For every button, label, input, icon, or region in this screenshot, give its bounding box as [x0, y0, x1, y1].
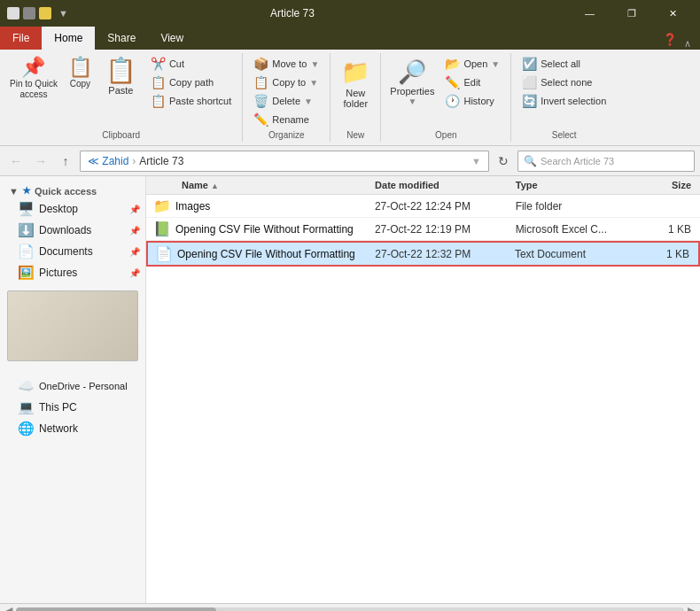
file-date-excel: 27-Oct-22 12:19 PM [375, 223, 516, 236]
copy-to-button[interactable]: 📋 Copy to ▼ [248, 73, 324, 91]
select-all-icon: ☑️ [522, 57, 537, 71]
history-button[interactable]: 🕐 History [439, 92, 505, 110]
sidebar-item-pictures[interactable]: 🖼️ Pictures 📌 [0, 262, 145, 283]
quick-access-expand-icon: ▼ [9, 186, 19, 197]
file-list: Name ▲ Date modified Type Size 📁 Images … [146, 176, 700, 603]
properties-icon: 🔎 [398, 58, 426, 86]
tab-share[interactable]: Share [95, 27, 148, 50]
paste-shortcut-button[interactable]: 📋 Paste shortcut [145, 92, 237, 110]
file-row-text[interactable]: 📄 Opening CSV File Without Formatting 27… [146, 241, 700, 267]
select-group: ☑️ Select all ⬜ Select none 🔄 Invert sel… [511, 53, 617, 142]
breadcrumb-dropdown[interactable]: ▼ [471, 156, 481, 166]
sidebar-item-documents[interactable]: 📄 Documents 📌 [0, 241, 145, 262]
copy-icon: 📋 [68, 58, 92, 77]
quick-access-label[interactable]: ▼ ★ Quick access [0, 182, 145, 198]
sidebar-item-thispc[interactable]: 💻 This PC [0, 397, 145, 418]
cut-button[interactable]: ✂️ Cut [145, 55, 237, 73]
pin-quick-access-button[interactable]: 📌 Pin to Quick access [5, 55, 62, 103]
properties-dropdown-icon: ▼ [408, 97, 416, 106]
up-button[interactable]: ↑ [55, 151, 76, 172]
file-name-images: 📁 Images [146, 197, 375, 214]
pin-icon: 📌 [21, 58, 45, 77]
help-icon[interactable]: ❓ [656, 29, 684, 50]
sidebar-item-downloads[interactable]: ⬇️ Downloads 📌 [0, 220, 145, 241]
header-date[interactable]: Date modified [375, 180, 516, 190]
copy-to-icon: 📋 [253, 75, 268, 89]
file-row-excel[interactable]: 📗 Opening CSV File Without Formatting 27… [146, 218, 700, 241]
select-options: ☑️ Select all ⬜ Select none 🔄 Invert sel… [517, 55, 611, 110]
breadcrumb-root[interactable]: ≪ Zahid [88, 155, 128, 167]
move-to-button[interactable]: 📦 Move to ▼ [248, 55, 324, 73]
sidebar-item-network[interactable]: 🌐 Network [0, 418, 145, 439]
ribbon-collapse-icon[interactable]: ∧ [684, 38, 696, 50]
rename-button[interactable]: ✏️ Rename [248, 111, 324, 128]
properties-button[interactable]: 🔎 Properties ▼ [386, 55, 438, 110]
move-dropdown-icon: ▼ [310, 59, 319, 69]
select-all-button[interactable]: ☑️ Select all [517, 55, 611, 73]
select-label: Select [517, 128, 611, 140]
minimize-button[interactable]: — [570, 0, 610, 27]
thispc-icon: 💻 [18, 399, 35, 415]
main-area: ▼ ★ Quick access 🖥️ Desktop 📌 ⬇️ Downloa… [0, 176, 700, 603]
edit-icon: ✏️ [445, 75, 460, 89]
close-button[interactable]: ✕ [653, 0, 693, 27]
downloads-pin-icon: 📌 [129, 226, 140, 236]
tab-home[interactable]: Home [42, 27, 95, 50]
tab-view[interactable]: View [148, 27, 196, 50]
scroll-track [16, 607, 684, 612]
search-icon: 🔍 [524, 155, 537, 167]
copy-button[interactable]: 📋 Copy [64, 55, 97, 92]
refresh-button[interactable]: ↻ [493, 151, 514, 172]
new-folder-button[interactable]: 📁 New folder [336, 55, 375, 112]
sidebar-divider-1 [0, 368, 145, 375]
file-size-text: 1 KB [628, 248, 698, 260]
sidebar-item-onedrive[interactable]: ☁️ OneDrive - Personal [0, 375, 145, 397]
new-folder-icon: 📁 [341, 58, 369, 86]
organize-label: Organize [248, 128, 324, 140]
open-group: 🔎 Properties ▼ 📂 Open ▼ ✏️ Edit 🕐 Histor… [381, 53, 511, 142]
select-none-button[interactable]: ⬜ Select none [517, 73, 611, 91]
title-bar: ▼ Article 73 — ❐ ✕ [0, 0, 700, 27]
tab-file[interactable]: File [0, 27, 42, 50]
scroll-thumb[interactable] [16, 607, 216, 612]
file-type-text: Text Document [515, 248, 628, 260]
paste-button[interactable]: 📋 Paste [98, 55, 144, 99]
app-icon-1 [7, 7, 19, 19]
scroll-right-btn[interactable]: ▶ [684, 605, 698, 611]
text-icon: 📄 [155, 245, 173, 262]
onedrive-icon: ☁️ [18, 378, 35, 394]
file-row-images[interactable]: 📁 Images 27-Oct-22 12:24 PM File folder [146, 195, 700, 218]
horizontal-scrollbar[interactable]: ◀ ▶ [0, 603, 700, 611]
forward-button[interactable]: → [30, 151, 51, 172]
search-input[interactable]: Search Article 73 [541, 156, 688, 166]
delete-icon: 🗑️ [253, 94, 268, 108]
scroll-left-btn[interactable]: ◀ [2, 605, 16, 611]
invert-selection-button[interactable]: 🔄 Invert selection [517, 92, 611, 110]
downloads-icon: ⬇️ [18, 222, 35, 238]
thumbnail-preview [7, 290, 138, 361]
quick-access-star: ★ [22, 185, 31, 197]
file-list-header: Name ▲ Date modified Type Size [146, 176, 700, 195]
header-size[interactable]: Size [630, 180, 700, 190]
organize-options: 📦 Move to ▼ 📋 Copy to ▼ 🗑️ Delete ▼ ✏️ R… [248, 55, 324, 128]
sidebar-item-desktop[interactable]: 🖥️ Desktop 📌 [0, 198, 145, 220]
open-buttons: 🔎 Properties ▼ 📂 Open ▼ ✏️ Edit 🕐 Histor… [386, 55, 505, 128]
search-bar: 🔍 Search Article 73 [517, 151, 695, 172]
copy-path-button[interactable]: 📋 Copy path [145, 73, 237, 91]
cut-icon: ✂️ [151, 57, 166, 71]
network-icon: 🌐 [18, 421, 35, 437]
organize-group: 📦 Move to ▼ 📋 Copy to ▼ 🗑️ Delete ▼ ✏️ R… [243, 53, 331, 142]
open-button[interactable]: 📂 Open ▼ [439, 55, 505, 73]
breadcrumb-current: Article 73 [139, 155, 183, 167]
back-button[interactable]: ← [5, 151, 27, 172]
delete-button[interactable]: 🗑️ Delete ▼ [248, 92, 324, 110]
organize-buttons: 📦 Move to ▼ 📋 Copy to ▼ 🗑️ Delete ▼ ✏️ R… [248, 55, 324, 128]
header-name[interactable]: Name ▲ [146, 180, 375, 190]
edit-button[interactable]: ✏️ Edit [439, 73, 505, 91]
restore-button[interactable]: ❐ [611, 0, 651, 27]
clipboard-buttons: 📌 Pin to Quick access 📋 Copy 📋 Paste ✂️ … [5, 55, 237, 128]
header-type[interactable]: Type [516, 180, 630, 190]
folder-icon: 📁 [153, 197, 171, 214]
sidebar: ▼ ★ Quick access 🖥️ Desktop 📌 ⬇️ Downloa… [0, 176, 146, 603]
ribbon: 📌 Pin to Quick access 📋 Copy 📋 Paste ✂️ … [0, 50, 700, 146]
